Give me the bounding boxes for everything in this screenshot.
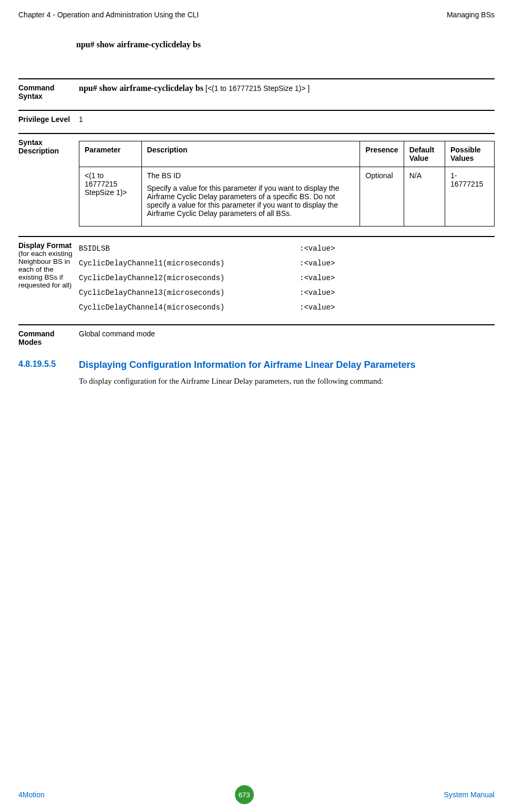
footer-left: 4Motion bbox=[18, 790, 45, 799]
footer-page-number: 673 bbox=[235, 785, 254, 804]
command-syntax-param: [<(1 to 16777215 StepSize 1)> ] bbox=[203, 84, 310, 92]
divider bbox=[18, 78, 495, 79]
subsection-number: 4.8.19.5.5 bbox=[18, 359, 79, 371]
privilege-value: 1 bbox=[79, 115, 495, 124]
footer-right: System Manual bbox=[444, 790, 495, 799]
divider bbox=[18, 236, 495, 237]
privilege-block: Privilege Level 1 bbox=[18, 115, 495, 124]
th-presence: Presence bbox=[360, 141, 404, 167]
td-possible: 1-16777215 bbox=[445, 167, 495, 227]
display-format-content: BSIDLSB :<value> CyclicDelayChannel1(mic… bbox=[79, 241, 495, 315]
privilege-label: Privilege Level bbox=[18, 115, 79, 124]
command-syntax-content: npu# show airframe-cyclicdelay bs [<(1 t… bbox=[79, 84, 495, 93]
command-syntax-bold: npu# show airframe-cyclicdelay bs bbox=[79, 84, 203, 92]
command-modes-value: Global command mode bbox=[79, 330, 495, 338]
page-footer: 4Motion 673 System Manual bbox=[18, 785, 495, 804]
td-parameter: <(1 to 16777215 StepSize 1)> bbox=[79, 167, 142, 227]
display-format-block: Display Format (for each existing Neighb… bbox=[18, 241, 495, 315]
syntax-table: Parameter Description Presence Default V… bbox=[79, 141, 495, 227]
syntax-description-label: Syntax Description bbox=[18, 138, 79, 155]
display-format-label-text: Display Format bbox=[18, 241, 79, 250]
command-syntax-label: Command Syntax bbox=[18, 84, 79, 100]
display-format-sublabel: (for each existing Neighbour BS in each … bbox=[18, 250, 79, 289]
table-header-row: Parameter Description Presence Default V… bbox=[79, 141, 495, 167]
command-display: npu# show airframe-cyclicdelay bs bbox=[76, 40, 495, 49]
th-parameter: Parameter bbox=[79, 141, 142, 167]
divider bbox=[18, 324, 495, 325]
th-default: Default Value bbox=[404, 141, 445, 167]
th-possible: Possible Values bbox=[445, 141, 495, 167]
subsection-body: To display configuration for the Airfram… bbox=[79, 375, 495, 387]
subsection-heading: 4.8.19.5.5 Displaying Configuration Info… bbox=[18, 359, 495, 371]
desc-line2: Specify a value for this parameter if yo… bbox=[147, 184, 355, 218]
td-presence: Optional bbox=[360, 167, 404, 227]
th-description: Description bbox=[141, 141, 360, 167]
page-header: Chapter 4 - Operation and Administration… bbox=[18, 11, 495, 19]
divider bbox=[18, 110, 495, 111]
td-default: N/A bbox=[404, 167, 445, 227]
command-syntax-block: Command Syntax npu# show airframe-cyclic… bbox=[18, 84, 495, 100]
subsection-title: Displaying Configuration Information for… bbox=[79, 359, 415, 371]
syntax-description-content: Parameter Description Presence Default V… bbox=[79, 138, 495, 227]
td-description: The BS ID Specify a value for this param… bbox=[141, 167, 360, 227]
desc-line1: The BS ID bbox=[147, 171, 355, 180]
header-left: Chapter 4 - Operation and Administration… bbox=[18, 11, 199, 19]
command-modes-block: Command Modes Global command mode bbox=[18, 330, 495, 346]
page: Chapter 4 - Operation and Administration… bbox=[0, 0, 513, 812]
divider bbox=[18, 133, 495, 134]
header-right: Managing BSs bbox=[447, 11, 495, 19]
syntax-description-block: Syntax Description Parameter Description… bbox=[18, 138, 495, 227]
command-modes-label: Command Modes bbox=[18, 330, 79, 346]
display-format-label: Display Format (for each existing Neighb… bbox=[18, 241, 79, 289]
table-row: <(1 to 16777215 StepSize 1)> The BS ID S… bbox=[79, 167, 495, 227]
